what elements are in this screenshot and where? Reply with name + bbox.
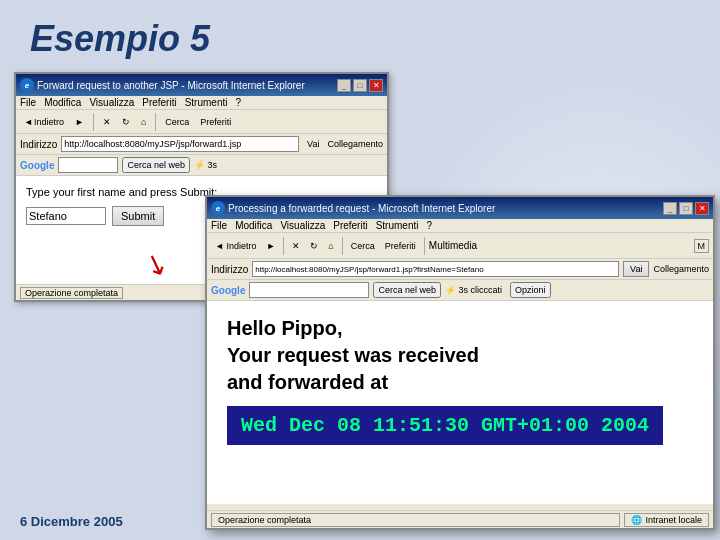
window1-controls: _ □ ✕	[337, 79, 383, 92]
ms-icon-2: M	[694, 239, 710, 253]
google-search-button-2[interactable]: Cerca nel web	[373, 282, 441, 298]
window2-title: Processing a forwarded request - Microso…	[228, 203, 495, 214]
address-label-2: Indirizzo	[211, 264, 248, 275]
google-search-2[interactable]	[249, 282, 369, 298]
maximize-button-2[interactable]: □	[679, 202, 693, 215]
window1-toolbar: ◄Indietro ► ✕ ↻ ⌂ Cerca Preferiti	[16, 110, 387, 134]
toolbar-separator-2	[155, 113, 156, 131]
google-search-button-1[interactable]: Cerca nel web	[122, 157, 190, 173]
window2-menubar: File Modifica Visualizza Preferiti Strum…	[207, 219, 713, 233]
back-button-2[interactable]: ◄ Indietro	[211, 236, 260, 256]
slide-title: Esempio 5	[30, 18, 210, 60]
stop-button-1[interactable]: ✕	[99, 115, 115, 129]
minimize-button-2[interactable]: _	[663, 202, 677, 215]
menu-preferiti-2[interactable]: Preferiti	[333, 220, 367, 231]
window2-toolbar: ◄ Indietro ► ✕ ↻ ⌂ Cerca Preferiti Multi…	[207, 233, 713, 259]
menu-visualizza-2[interactable]: Visualizza	[280, 220, 325, 231]
menu-file-2[interactable]: File	[211, 220, 227, 231]
window2-status-left: Operazione completata	[211, 513, 620, 527]
google-options-1[interactable]: ⚡ 3s	[194, 160, 217, 170]
favorites-button-2[interactable]: Preferiti	[381, 236, 420, 256]
link-label-1: Collegamento	[327, 139, 383, 149]
maximize-button-1[interactable]: □	[353, 79, 367, 92]
refresh-button-2[interactable]: ↻	[306, 236, 322, 256]
address-input-1[interactable]	[61, 136, 299, 152]
footer-date: 6 Dicembre 2005	[20, 514, 123, 532]
google-logo-2: Google	[211, 285, 245, 296]
google-logo-1: Google	[20, 160, 54, 171]
window1-title: Forward request to another JSP - Microso…	[37, 80, 305, 91]
search-button-1[interactable]: Cerca	[161, 115, 193, 129]
options-button-2[interactable]: Opzioni	[510, 282, 551, 298]
menu-modifica-2[interactable]: Modifica	[235, 220, 272, 231]
toolbar-separator-1	[93, 113, 94, 131]
ie-titlebar-2: e Processing a forwarded request - Micro…	[207, 197, 713, 219]
stop-button-2[interactable]: ✕	[288, 236, 304, 256]
ie-icon-2: e	[211, 201, 225, 215]
forward-button-1[interactable]: ►	[71, 115, 88, 129]
home-button-1[interactable]: ⌂	[137, 115, 150, 129]
ie-icon-1: e	[20, 78, 34, 92]
menu-help-2[interactable]: ?	[426, 220, 432, 231]
window1-menubar: File Modifica Visualizza Preferiti Strum…	[16, 96, 387, 110]
home-button-2[interactable]: ⌂	[324, 236, 337, 256]
menu-modifica-1[interactable]: Modifica	[44, 97, 81, 108]
window1-status-text: Operazione completata	[20, 287, 123, 299]
go-button-1[interactable]: Vai	[303, 137, 323, 151]
name-input-1[interactable]	[26, 207, 106, 225]
window2-controls: _ □ ✕	[663, 202, 709, 215]
collegamento-label-2: Collegamento	[653, 264, 709, 274]
content-hello: Hello Pippo,	[227, 317, 693, 340]
window2-status-bar: Operazione completata 🌐 Intranet locale	[207, 510, 713, 528]
window2-google-bar: Google Cerca nel web ⚡ 3s clicccati Opzi…	[207, 280, 713, 301]
ie-titlebar-1: e Forward request to another JSP - Micro…	[16, 74, 387, 96]
close-button-1[interactable]: ✕	[369, 79, 383, 92]
close-button-2[interactable]: ✕	[695, 202, 709, 215]
favorites-button-1[interactable]: Preferiti	[196, 115, 235, 129]
window2-content: Hello Pippo, Your request was received a…	[207, 301, 713, 504]
search-button-2[interactable]: Cerca	[347, 236, 379, 256]
menu-strumenti-1[interactable]: Strumenti	[185, 97, 228, 108]
toolbar-separator-5	[424, 237, 425, 255]
ie-window-2: e Processing a forwarded request - Micro…	[205, 195, 715, 530]
menu-strumenti-2[interactable]: Strumenti	[376, 220, 419, 231]
globe-icon-2: 🌐	[631, 515, 642, 525]
window1-address-bar: Indirizzo Vai Collegamento	[16, 134, 387, 155]
forward-button-2[interactable]: ►	[262, 236, 279, 256]
content-request: Your request was received	[227, 344, 693, 367]
back-button-1[interactable]: ◄Indietro	[20, 115, 68, 129]
toolbar-separator-3	[283, 237, 284, 255]
window2-status-right: 🌐 Intranet locale	[624, 513, 709, 527]
google-search-1[interactable]	[58, 157, 118, 173]
window1-google-bar: Google Cerca nel web ⚡ 3s	[16, 155, 387, 176]
menu-preferiti-1[interactable]: Preferiti	[142, 97, 176, 108]
menu-file-1[interactable]: File	[20, 97, 36, 108]
content-forwarded: and forwarded at	[227, 371, 693, 394]
address-input-2[interactable]	[252, 261, 619, 277]
minimize-button-1[interactable]: _	[337, 79, 351, 92]
go-button-2[interactable]: Vai	[623, 261, 649, 277]
menu-help-1[interactable]: ?	[235, 97, 241, 108]
toolbar-separator-4	[342, 237, 343, 255]
menu-visualizza-1[interactable]: Visualizza	[89, 97, 134, 108]
submit-button-1[interactable]: Submit	[112, 206, 164, 226]
address-label-1: Indirizzo	[20, 139, 57, 150]
window2-status-zone: Intranet locale	[645, 515, 702, 525]
datetime-display: Wed Dec 08 11:51:30 GMT+01:00 2004	[227, 406, 663, 445]
google-options-2[interactable]: ⚡ 3s clicccati	[445, 285, 502, 295]
media-label-2: Multimedia	[429, 240, 477, 251]
window2-address-bar: Indirizzo Vai Collegamento	[207, 259, 713, 280]
refresh-button-1[interactable]: ↻	[118, 115, 134, 129]
